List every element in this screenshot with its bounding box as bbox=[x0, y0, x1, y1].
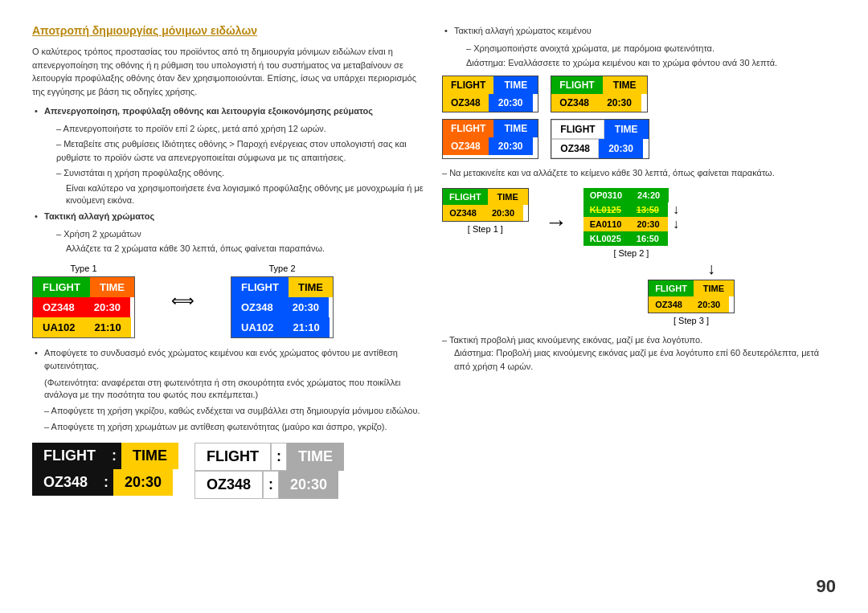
s2-ea: EA0110 bbox=[583, 217, 628, 231]
step3-val: 20:30 bbox=[689, 296, 729, 313]
step2-row1: OP0310 24:20 bbox=[583, 188, 669, 202]
type1-ua: UA102 bbox=[33, 317, 84, 337]
step2-label: [ Step 2 ] bbox=[583, 248, 679, 258]
bw1-colon2: : bbox=[99, 469, 113, 496]
type2-ua-time: 21:10 bbox=[283, 317, 329, 337]
dash-final2: Διάστημα: Προβολή μιας κινούμενης εικόνα… bbox=[442, 346, 836, 373]
page-number: 90 bbox=[817, 576, 836, 597]
gy-val: 20:30 bbox=[597, 94, 641, 112]
bw1-colon: : bbox=[107, 443, 121, 469]
s2-op: OP0310 bbox=[583, 188, 628, 202]
step1-widget: FLIGHTTIME OZ34820:30 bbox=[442, 188, 529, 222]
step3-oz: OZ348 bbox=[649, 296, 689, 313]
bottom-widget1: FLIGHT : TIME OZ348 : 20:30 bbox=[32, 443, 178, 499]
step2-widget: OP0310 24:20 KL0125 13:50 EA0110 20:30 bbox=[583, 188, 669, 246]
step3-label: [ Step 3 ] bbox=[547, 316, 836, 325]
bottom-w2-row2: OZ348 : 20:30 bbox=[194, 471, 344, 499]
steps-row: FLIGHTTIME OZ34820:30 [ Step 1 ] → OP031… bbox=[442, 188, 836, 258]
dash1: Αποφύγετε τη χρήση γκρίζου, καθώς ενδέχε… bbox=[32, 404, 426, 418]
type2-row2: OZ348 20:30 bbox=[231, 297, 333, 317]
yb-oz: OZ348 bbox=[443, 94, 489, 112]
warning1: Αποφύγετε το συνδυασμό ενός χρώματος κει… bbox=[32, 346, 426, 373]
step1-label: [ Step 1 ] bbox=[442, 224, 529, 234]
bullet1: Απενεργοποίηση, προφύλαξη οθόνης και λει… bbox=[32, 104, 426, 118]
widget-wb: FLIGHTTIME OZ34820:30 bbox=[551, 119, 649, 159]
type1-row3: UA102 21:10 bbox=[33, 317, 134, 337]
yb-flight: FLIGHT bbox=[443, 76, 493, 94]
bw2-flight: FLIGHT bbox=[194, 443, 271, 471]
bw2-colon2: : bbox=[263, 471, 279, 499]
type2-oz-time: 20:30 bbox=[283, 297, 329, 317]
bullet1-sub1: Απενεργοποιήστε το προϊόν επί 2 ώρες, με… bbox=[32, 122, 426, 136]
widgets-row2: FLIGHTTIME OZ34820:30 FLIGHTTIME OZ34820… bbox=[442, 119, 836, 159]
s2-kl2-val: 16:50 bbox=[628, 231, 668, 246]
type2-label: Type 2 bbox=[231, 264, 334, 273]
s2-ea-val: 20:30 bbox=[628, 217, 668, 231]
bottom-w1-row1: FLIGHT : TIME bbox=[32, 443, 178, 469]
bullet1-sub3: Συνιστάται η χρήση προφύλαξης οθόνης. bbox=[32, 166, 426, 180]
bw1-oz: OZ348 bbox=[32, 469, 99, 496]
type2-row1: FLIGHT TIME bbox=[231, 277, 333, 297]
intro-text: Ο καλύτερος τρόπος προστασίας του προϊόν… bbox=[32, 45, 426, 98]
dash-final1: – Τακτική προβολή μιας κινούμενης εικόνα… bbox=[442, 333, 836, 347]
arrows-down-area: ↓ ↓ bbox=[669, 188, 679, 246]
bullet1-sub2: Μεταβείτε στις ρυθμίσεις Ιδιότητες οθόνη… bbox=[32, 137, 426, 164]
widget-ob: FLIGHTTIME OZ34820:30 bbox=[442, 119, 538, 159]
step3-time: TIME bbox=[694, 280, 734, 296]
s2-kl-val: 13:50 bbox=[628, 202, 668, 217]
bottom-w2-row1: FLIGHT : TIME bbox=[194, 443, 344, 471]
ob-time: TIME bbox=[493, 120, 538, 137]
bw1-time: TIME bbox=[121, 443, 178, 469]
step2-row2: KL0125 13:50 bbox=[583, 202, 669, 217]
type2-widget: FLIGHT TIME OZ348 20:30 UA102 21:10 bbox=[231, 276, 334, 338]
step1-block: FLIGHTTIME OZ34820:30 [ Step 1 ] bbox=[442, 188, 529, 234]
bw2-time: TIME bbox=[287, 443, 344, 471]
right-sub2: Διάστημα: Εναλλάσσετε το χρώμα κειμένου … bbox=[442, 57, 836, 69]
bw2-oz: OZ348 bbox=[194, 471, 263, 499]
type1-time-label: TIME bbox=[90, 277, 134, 297]
step3-widget: FLIGHTTIME OZ34820:30 bbox=[648, 280, 735, 313]
bullet2-sub1: Χρήση 2 χρωμάτων bbox=[32, 227, 426, 241]
dash2: Αποφύγετε τη χρήση χρωμάτων με αντίθεση … bbox=[32, 420, 426, 434]
bw2-colon: : bbox=[271, 443, 287, 471]
arrow-right-icon: → bbox=[545, 210, 567, 235]
gy-oz: OZ348 bbox=[551, 94, 597, 112]
step2-row3: EA0110 20:30 bbox=[583, 217, 669, 231]
wb-time: TIME bbox=[604, 120, 649, 139]
type1-label: Type 1 bbox=[32, 264, 135, 273]
type1-widget: FLIGHT TIME OZ348 20:30 UA102 21:10 bbox=[32, 276, 135, 338]
main-page: Αποτροπή δημιουργίας μόνιμων ειδώλων Ο κ… bbox=[0, 0, 868, 613]
yb-val: 20:30 bbox=[489, 94, 533, 112]
ob-oz: OZ348 bbox=[443, 137, 489, 155]
right-sub1: Χρησιμοποιήστε ανοιχτά χρώματα, με παρόμ… bbox=[442, 42, 836, 55]
type1-ua-time: 21:10 bbox=[84, 317, 130, 337]
bottom-w1-row2: OZ348 : 20:30 bbox=[32, 469, 178, 496]
step2-block: OP0310 24:20 KL0125 13:50 EA0110 20:30 bbox=[583, 188, 679, 258]
arrow-down2-icon: ↓ bbox=[673, 217, 679, 231]
ob-val: 20:30 bbox=[489, 137, 533, 155]
bw1-val: 20:30 bbox=[113, 469, 173, 496]
type2-oz: OZ348 bbox=[231, 297, 283, 317]
wb-val: 20:30 bbox=[599, 139, 643, 158]
arrow-down1-icon: ↓ bbox=[673, 202, 679, 217]
warning1-detail: (Φωτεινότητα: αναφέρεται στη φωτεινότητα… bbox=[32, 377, 426, 402]
wb-flight: FLIGHT bbox=[551, 120, 604, 139]
type1-row1: FLIGHT TIME bbox=[33, 277, 134, 297]
step2-area: OP0310 24:20 KL0125 13:50 EA0110 20:30 bbox=[583, 188, 679, 246]
type2-ua: UA102 bbox=[231, 317, 283, 337]
step3-block: FLIGHTTIME OZ34820:30 [ Step 3 ] bbox=[547, 280, 836, 325]
bottom-widgets: FLIGHT : TIME OZ348 : 20:30 FLIGHT : TIM… bbox=[32, 443, 426, 499]
type1-oz: OZ348 bbox=[33, 297, 84, 317]
arrow-horiz-icon: ⟺ bbox=[171, 291, 194, 310]
widget-yb: FLIGHTTIME OZ34820:30 bbox=[442, 76, 538, 112]
bullet2-sub1-detail: Αλλάζετε τα 2 χρώματα κάθε 30 λεπτά, όπω… bbox=[32, 243, 426, 255]
step1-val: 20:30 bbox=[483, 205, 523, 221]
wb-oz: OZ348 bbox=[551, 139, 599, 158]
type1-row2: OZ348 20:30 bbox=[33, 297, 134, 317]
section-title: Αποτροπή δημιουργίας μόνιμων ειδώλων bbox=[32, 24, 426, 37]
bullet2: Τακτική αλλαγή χρώματος bbox=[32, 210, 426, 223]
step1-time: TIME bbox=[488, 189, 528, 205]
bullet1-sub3-detail: Είναι καλύτερο να χρησιμοποιήσετε ένα λο… bbox=[32, 182, 426, 207]
step1-flight: FLIGHT bbox=[443, 189, 488, 205]
s2-kl: KL0125 bbox=[583, 202, 628, 217]
